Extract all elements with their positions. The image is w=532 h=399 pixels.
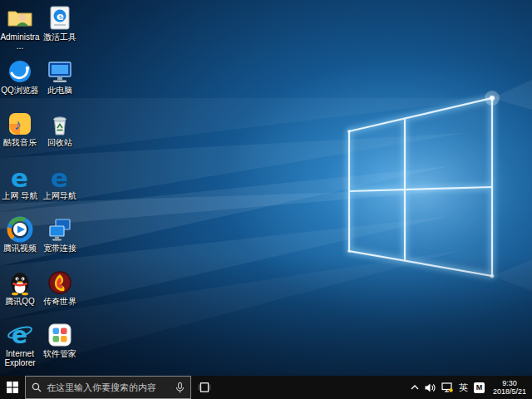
tencent-qq-icon	[7, 269, 33, 296]
taskbar-clock[interactable]: 9:30 2018/5/21	[490, 379, 529, 396]
desktop-icon-tencent-video[interactable]: 腾讯视频	[0, 216, 40, 269]
tray-expand-button[interactable]	[411, 385, 419, 390]
icon-label: Administra...	[0, 32, 40, 51]
screen: Administra... QQ浏览器 ♪	[0, 0, 532, 399]
clock-time: 9:30	[493, 379, 526, 387]
desktop-icon-edge-navigation[interactable]: e 上网 导航	[0, 164, 40, 217]
administrator-folder-icon	[7, 5, 33, 32]
speaker-icon	[425, 383, 436, 392]
search-icon	[32, 382, 42, 392]
ethernet-network-icon	[441, 382, 453, 392]
desktop-icon-software-manager[interactable]: 软件管家	[40, 322, 80, 375]
ime-mode-badge[interactable]: M	[474, 382, 485, 393]
icon-label: 酷我音乐	[3, 138, 37, 147]
edge-navigation-2-icon: e	[47, 164, 73, 190]
taskbar-search[interactable]: 在这里输入你要搜索的内容	[25, 376, 191, 399]
system-tray: 英 M 9:30 2018/5/21	[411, 376, 532, 399]
svg-text:e: e	[57, 10, 64, 22]
qq-browser-icon	[7, 58, 33, 85]
desktop-icon-activation-tool[interactable]: e 激活工具	[40, 5, 80, 58]
taskbar: 在这里输入你要搜索的内容	[0, 376, 532, 399]
icon-label: 软件管家	[43, 349, 76, 358]
icon-label: 宽带连接	[43, 244, 76, 253]
start-button[interactable]	[0, 376, 25, 399]
icon-label: 激活工具	[43, 32, 76, 42]
broadband-connection-icon	[47, 216, 73, 243]
desktop-icon-tencent-qq[interactable]: 腾讯QQ	[0, 269, 40, 323]
desktop-icon-administrator[interactable]: Administra...	[0, 5, 40, 58]
microphone-icon[interactable]	[175, 382, 185, 393]
task-view-button[interactable]	[191, 376, 218, 399]
desktop-icon-qq-browser[interactable]: QQ浏览器	[0, 58, 40, 111]
icon-label: 上网 导航	[2, 191, 38, 200]
icon-label: 上网导航	[43, 191, 76, 200]
desktop-icon-recycle-bin[interactable]: 回收站	[40, 111, 80, 164]
tencent-video-icon	[7, 216, 33, 243]
desktop-icon-this-pc[interactable]: 此电脑	[40, 58, 80, 111]
activation-tool-icon: e	[47, 5, 73, 32]
software-manager-icon	[47, 322, 73, 348]
desktop-icon-broadband-connection[interactable]: 宽带连接	[40, 216, 80, 269]
task-view-icon	[199, 382, 210, 392]
clock-date: 2018/5/21	[493, 387, 526, 396]
icon-label: 传奇世界	[43, 297, 76, 306]
edge-navigation-icon: e	[7, 164, 33, 190]
ime-language-indicator[interactable]: 英	[459, 382, 468, 394]
desktop-icon-legend-world[interactable]: 传奇世界	[40, 269, 80, 323]
chevron-up-icon	[411, 385, 419, 390]
svg-text:♪: ♪	[14, 116, 22, 133]
desktop-icon-grid: Administra... QQ浏览器 ♪	[0, 5, 80, 375]
desktop[interactable]: Administra... QQ浏览器 ♪	[0, 0, 532, 376]
windows-logo-icon	[7, 382, 18, 393]
kuwo-music-icon: ♪	[7, 111, 33, 137]
desktop-icon-edge-navigation-2[interactable]: e 上网导航	[40, 164, 80, 217]
volume-button[interactable]	[425, 383, 436, 392]
svg-text:e: e	[51, 164, 68, 190]
recycle-bin-icon	[47, 111, 73, 137]
legend-world-icon	[47, 269, 73, 296]
desktop-icon-kuwo-music[interactable]: ♪ 酷我音乐	[0, 111, 40, 164]
icon-label: 腾讯QQ	[5, 297, 35, 306]
search-input[interactable]: 在这里输入你要搜索的内容	[47, 382, 170, 394]
internet-explorer-icon: e	[7, 322, 33, 348]
network-button[interactable]	[441, 382, 453, 392]
icon-label: Internet Explorer	[0, 349, 40, 367]
desktop-icon-internet-explorer[interactable]: e Internet Explorer	[0, 322, 40, 375]
windows10-hero-wallpaper	[0, 0, 532, 376]
icon-label: QQ浏览器	[1, 86, 39, 95]
icon-label: 腾讯视频	[3, 244, 37, 253]
icon-label: 此电脑	[47, 86, 72, 95]
icon-label: 回收站	[47, 138, 72, 147]
this-pc-icon	[47, 58, 73, 85]
svg-text:e: e	[11, 164, 28, 190]
